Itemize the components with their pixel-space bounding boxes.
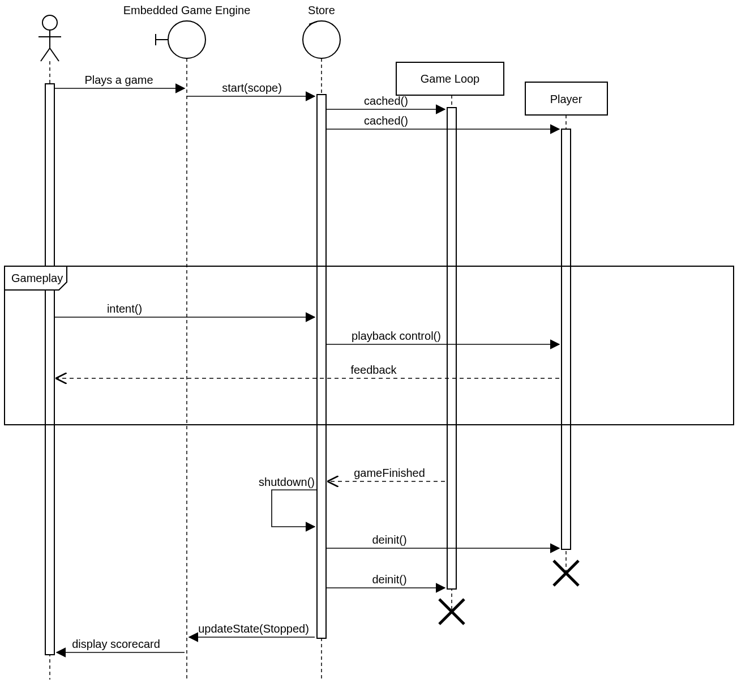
svg-text:feedback: feedback	[350, 364, 397, 376]
msg-update-state: updateState(Stopped)	[189, 622, 315, 637]
msg-shutdown: shutdown()	[259, 476, 317, 527]
lifelines	[50, 58, 566, 680]
svg-line-4	[50, 48, 59, 61]
msg-deinit-player: deinit()	[326, 533, 559, 548]
player-label: Player	[550, 93, 582, 105]
svg-text:deinit(): deinit()	[372, 533, 406, 546]
svg-text:Plays a game: Plays a game	[84, 74, 153, 86]
msg-deinit-gameloop: deinit()	[326, 573, 445, 588]
msg-game-finished: gameFinished	[328, 467, 445, 481]
svg-rect-18	[447, 108, 456, 589]
msg-intent: intent()	[54, 302, 315, 317]
svg-text:shutdown(): shutdown()	[259, 476, 315, 488]
gameloop-label: Game Loop	[421, 72, 480, 85]
activations	[45, 84, 571, 655]
svg-line-3	[41, 48, 50, 61]
svg-text:start(scope): start(scope)	[222, 82, 282, 94]
svg-text:updateState(Stopped): updateState(Stopped)	[198, 622, 309, 635]
store-label: Store	[308, 4, 335, 16]
svg-point-8	[303, 21, 340, 58]
msg-feedback: feedback	[57, 364, 559, 378]
svg-rect-19	[562, 129, 571, 549]
svg-text:playback control(): playback control()	[352, 330, 441, 342]
participant-player: Player	[525, 82, 607, 115]
svg-text:cached(): cached()	[364, 114, 408, 127]
svg-point-5	[168, 21, 205, 58]
msg-cached-player: cached()	[326, 114, 559, 129]
participant-store: Store	[303, 4, 340, 58]
svg-text:intent(): intent()	[107, 302, 142, 315]
msg-playback-control: playback control()	[326, 330, 559, 344]
participant-engine: Embedded Game Engine	[123, 4, 251, 58]
fragment-gameplay: Gameplay	[5, 266, 734, 425]
engine-label: Embedded Game Engine	[123, 4, 251, 16]
msg-plays-a-game: Plays a game	[54, 74, 185, 88]
svg-text:cached(): cached()	[364, 95, 408, 107]
svg-point-0	[42, 15, 57, 30]
participant-gameloop: Game Loop	[396, 62, 504, 95]
msg-start-scope: start(scope)	[187, 82, 315, 96]
svg-rect-17	[317, 95, 326, 638]
svg-rect-28	[5, 266, 734, 425]
msg-display-scorecard: display scorecard	[57, 638, 185, 652]
svg-text:deinit(): deinit()	[372, 573, 406, 586]
fragment-label: Gameplay	[11, 272, 63, 284]
svg-text:display scorecard: display scorecard	[72, 638, 160, 650]
svg-text:gameFinished: gameFinished	[354, 467, 425, 479]
participant-actor	[38, 15, 61, 61]
msg-cached-gameloop: cached()	[326, 95, 445, 109]
svg-rect-16	[45, 84, 54, 655]
